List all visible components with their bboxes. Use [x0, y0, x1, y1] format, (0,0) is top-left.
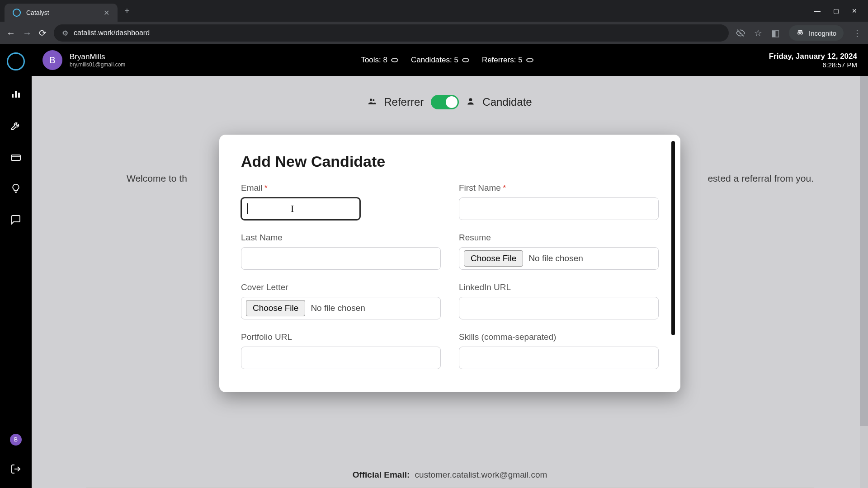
stat-referrers: Referrers: 5 — [482, 56, 533, 65]
resume-file-input[interactable]: Choose File No file chosen — [459, 247, 659, 270]
browser-tab-bar: Catalyst ✕ + — ▢ ✕ — [0, 0, 868, 22]
new-tab-button[interactable]: + — [124, 6, 130, 16]
required-asterisk: * — [264, 183, 268, 192]
resume-label: Resume — [459, 233, 659, 243]
header-stats: Tools: 8 Candidates: 5 Referrers: 5 — [361, 56, 533, 65]
user-email: bry.mills01@gmail.com — [70, 61, 125, 68]
forward-icon[interactable]: → — [23, 28, 32, 38]
svg-point-0 — [798, 32, 800, 34]
header-time: 6:28:57 PM — [769, 61, 857, 69]
coin-icon — [526, 58, 533, 62]
svg-rect-5 — [11, 155, 20, 160]
toggle-knob — [446, 96, 458, 108]
maximize-icon[interactable]: ▢ — [833, 7, 839, 14]
tab-title: Catalyst — [26, 9, 98, 16]
address-bar: ← → ⟳ ⚙ catalist.work/dashboard ☆ ◧ Inco… — [0, 22, 868, 44]
svg-point-7 — [373, 99, 375, 101]
resume-file-status: No file chosen — [528, 253, 583, 263]
portfolio-label: Portfolio URL — [241, 332, 441, 342]
reload-icon[interactable]: ⟳ — [39, 28, 47, 38]
minimize-icon[interactable]: — — [814, 7, 821, 14]
avatar-initial: B — [49, 55, 55, 66]
url-input[interactable]: ⚙ catalist.work/dashboard — [54, 24, 729, 42]
lightbulb-icon[interactable] — [11, 183, 21, 196]
tools-icon[interactable] — [10, 120, 21, 134]
sidebar-user-avatar[interactable]: B — [10, 434, 22, 446]
wallet-icon[interactable] — [10, 152, 21, 165]
role-toggle[interactable] — [431, 95, 459, 109]
referrer-label: Referrer — [384, 96, 424, 108]
user-avatar: B — [42, 50, 62, 70]
stat-tools-label: Tools: 8 — [361, 56, 387, 65]
incognito-badge[interactable]: Incognito — [789, 25, 844, 41]
url-text: catalist.work/dashboard — [74, 29, 150, 37]
skills-input[interactable] — [459, 347, 659, 369]
svg-rect-4 — [18, 93, 20, 98]
app-header: B BryanMills bry.mills01@gmail.com Tools… — [32, 44, 868, 76]
stat-candidates: Candidates: 5 — [411, 56, 469, 65]
field-first-name: First Name* — [459, 183, 659, 220]
svg-rect-3 — [15, 91, 17, 98]
last-name-label: Last Name — [241, 233, 441, 243]
email-input[interactable] — [241, 197, 360, 220]
text-cursor-icon: I — [291, 203, 294, 215]
skills-label: Skills (comma-separated) — [459, 332, 659, 342]
email-label: Email* — [241, 183, 441, 193]
modal-title: Add New Candidate — [241, 153, 659, 170]
window-controls: — ▢ ✕ — [814, 7, 863, 14]
back-icon[interactable]: ← — [6, 28, 15, 38]
cover-letter-file-status: No file chosen — [311, 303, 365, 313]
browser-menu-icon[interactable]: ⋮ — [853, 28, 862, 38]
close-window-icon[interactable]: ✕ — [852, 7, 857, 14]
visibility-off-icon[interactable] — [736, 28, 745, 38]
field-skills: Skills (comma-separated) — [459, 332, 659, 369]
cover-letter-file-input[interactable]: Choose File No file chosen — [241, 297, 441, 319]
user-name: BryanMills — [70, 52, 125, 61]
close-tab-icon[interactable]: ✕ — [104, 9, 109, 17]
stat-referrers-label: Referrers: 5 — [482, 56, 523, 65]
header-date: Friday, January 12, 2024 — [769, 52, 857, 61]
browser-tab[interactable]: Catalyst ✕ — [5, 4, 118, 22]
first-name-label: First Name* — [459, 183, 659, 193]
svg-point-1 — [801, 32, 803, 34]
role-toggle-row: Referrer Candidate — [368, 95, 532, 109]
text-caret — [247, 203, 248, 214]
field-email: Email* I — [241, 183, 441, 220]
sidebar-avatar-initial: B — [14, 436, 18, 443]
app-sidebar: B — [0, 44, 32, 488]
portfolio-input[interactable] — [241, 347, 441, 369]
add-candidate-modal: Add New Candidate Email* I — [219, 135, 680, 392]
logout-icon[interactable] — [10, 464, 21, 477]
official-email: Official Email: customer.catalist.work@g… — [353, 470, 547, 480]
tab-favicon-icon — [13, 9, 21, 17]
user-block[interactable]: B BryanMills bry.mills01@gmail.com — [42, 50, 125, 70]
chat-icon[interactable] — [10, 214, 21, 228]
svg-point-8 — [469, 98, 472, 101]
dashboard-icon[interactable] — [10, 89, 21, 102]
first-name-input[interactable] — [459, 197, 659, 220]
welcome-right: ested a referral from you. — [708, 171, 814, 186]
coin-icon — [462, 58, 469, 62]
incognito-icon — [796, 28, 804, 38]
last-name-input[interactable] — [241, 247, 441, 270]
cover-letter-choose-file-button[interactable]: Choose File — [246, 300, 305, 316]
stat-tools: Tools: 8 — [361, 56, 398, 65]
bookmark-star-icon[interactable]: ☆ — [754, 28, 762, 38]
candidate-label: Candidate — [482, 96, 532, 108]
official-email-value: customer.catalist.work@gmail.com — [415, 470, 547, 479]
field-portfolio: Portfolio URL — [241, 332, 441, 369]
side-panel-icon[interactable]: ◧ — [771, 28, 780, 38]
resume-choose-file-button[interactable]: Choose File — [464, 250, 523, 267]
email-label-text: Email — [241, 183, 263, 192]
field-cover-letter: Cover Letter Choose File No file chosen — [241, 282, 441, 319]
app-logo-icon[interactable] — [7, 52, 25, 70]
incognito-label: Incognito — [809, 29, 836, 37]
svg-point-6 — [370, 99, 372, 101]
welcome-left: Welcome to th — [127, 173, 187, 183]
field-resume: Resume Choose File No file chosen — [459, 233, 659, 270]
first-name-label-text: First Name — [459, 183, 501, 192]
field-linkedin: LinkedIn URL — [459, 282, 659, 319]
site-settings-icon[interactable]: ⚙ — [62, 29, 68, 38]
linkedin-label: LinkedIn URL — [459, 282, 659, 292]
linkedin-input[interactable] — [459, 297, 659, 319]
